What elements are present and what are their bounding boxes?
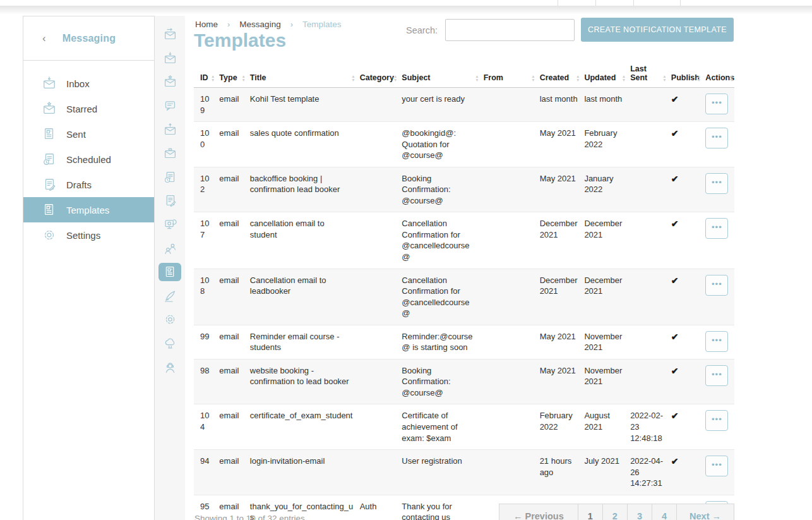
sidebar-item-starred[interactable]: Starred [23,96,154,121]
cell-title: Cancellation email to leadbooker [246,269,356,325]
scheduled-icon [164,171,177,184]
cell-last_sent [626,167,667,212]
cell-actions: ••• [702,359,734,404]
pagination-page-3[interactable]: 3 [627,504,652,520]
rail-mail-exchange-icon[interactable] [155,23,185,47]
cell-created: December 2021 [536,269,581,325]
sidebar-item-templates[interactable]: Templates [23,197,154,222]
rail-quill-icon[interactable] [155,284,185,308]
publish-check-icon: ✔ [671,411,679,421]
pagination-page-1[interactable]: 1 [578,504,602,520]
rail-settings-icon[interactable] [155,308,185,332]
row-actions-button[interactable]: ••• [705,128,728,148]
row-actions-button[interactable]: ••• [705,365,728,386]
rail-mail-send-icon[interactable] [155,118,185,142]
cell-title: certificate_of_exam_student [246,404,356,450]
showing-entries-text: Showing 1 to 10 of 32 entries [194,514,305,520]
column-header-publish[interactable]: Publish▲▼ [667,63,702,88]
breadcrumb-home[interactable]: Home [195,20,218,29]
ellipsis-icon: ••• [712,222,722,232]
cell-category [356,167,398,212]
cell-id: 109 [194,88,215,122]
row-actions-button[interactable]: ••• [705,218,728,239]
sort-icons: ▲▼ [697,75,701,82]
column-header-category[interactable]: Category▲▼ [356,63,398,88]
cell-type: email [215,269,246,325]
sent-icon [42,127,56,141]
templates-icon [42,203,56,217]
sort-icons: ▲▼ [662,75,666,82]
search-input[interactable] [445,19,575,41]
table-row: 102emailbackoffice booking | confirmatio… [194,167,734,212]
rail-starred-icon[interactable] [155,70,185,94]
sidebar-item-settings[interactable]: Settings [23,222,154,248]
column-header-last-sent[interactable]: Last Sent▲▼ [626,63,667,88]
settings-icon [164,313,177,326]
ellipsis-icon: ••• [712,178,722,187]
cell-publish: ✔ [667,88,702,122]
cell-from [480,269,536,325]
create-notification-template-button[interactable]: CREATE NOTIFICATION TEMPLATE [581,18,734,42]
messaging-sidebar: ‹ Messaging InboxStarredSentScheduledDra… [23,16,155,520]
rail-scheduled-icon[interactable] [155,166,185,190]
sidebar-item-inbox[interactable]: Inbox [23,71,154,96]
sidebar-item-sent[interactable]: Sent [23,121,154,147]
rail-mail-heart-icon[interactable] [155,142,185,166]
table-row: 94emaillogin-invitation-emailUser regist… [194,450,734,495]
rail-users-icon[interactable] [155,236,185,260]
column-header-actions[interactable]: Actions▲▼ [702,63,734,88]
row-actions-button[interactable]: ••• [705,456,728,476]
cell-id: 102 [194,167,215,212]
rail-templates-icon[interactable] [155,260,185,284]
inbox-icon [42,76,56,90]
table-row: 109emailKohil Test templateyour cert is … [194,88,734,122]
cell-subject: your cert is ready [398,88,479,122]
column-header-title[interactable]: Title▲▼ [246,63,356,88]
column-header-created[interactable]: Created▲▼ [536,63,581,88]
cell-last_sent: 2022-02-23 12:48:18 [626,404,667,450]
rail-cloud-icon[interactable] [155,332,185,356]
column-header-updated[interactable]: Updated▲▼ [580,63,626,88]
cell-publish: ✔ [667,269,702,325]
column-header-id[interactable]: ID▲▼ [194,63,215,88]
sort-icons: ▲▼ [475,75,479,82]
pagination-next[interactable]: Next → [676,504,734,520]
publish-check-icon: ✔ [671,219,679,229]
rail-inbox-icon[interactable] [155,47,185,71]
pagination-page-2[interactable]: 2 [602,504,627,520]
rail-support-icon[interactable] [155,355,185,379]
rail-monitor-icon[interactable] [155,213,185,237]
breadcrumb-separator: › [290,20,293,29]
table-row: 99emailReminder email course - studentsR… [194,325,734,359]
cell-from [480,88,536,122]
row-actions-button[interactable]: ••• [705,173,728,194]
rail-chat-icon[interactable] [155,94,185,118]
row-actions-button[interactable]: ••• [705,275,728,296]
cell-publish: ✔ [667,404,702,450]
column-header-from[interactable]: From▲▼ [480,63,536,88]
sidebar-item-scheduled[interactable]: Scheduled [23,147,154,172]
row-actions-button[interactable]: ••• [705,410,728,431]
breadcrumb-messaging[interactable]: Messaging [239,20,280,29]
row-actions-button[interactable]: ••• [705,331,728,352]
pagination-previous[interactable]: ← Previous [499,504,578,520]
cell-from [480,359,536,404]
cell-title: website booking - confirmation to lead b… [246,359,356,404]
column-label: Type [219,73,237,82]
rail-drafts-icon[interactable] [155,189,185,213]
column-label: Updated [584,73,616,82]
pagination-page-4[interactable]: 4 [652,504,676,520]
column-header-type[interactable]: Type▲▼ [215,63,246,88]
cell-publish: ✔ [667,167,702,212]
search-label: Search: [406,25,438,35]
cell-category [356,269,398,325]
column-header-subject[interactable]: Subject▲▼ [398,63,479,88]
table-row: 98emailwebsite booking - confirmation to… [194,359,734,404]
sidebar-item-drafts[interactable]: Drafts [23,172,154,197]
cell-type: email [215,450,246,495]
cell-updated: January 2022 [580,167,626,212]
sidebar-header-messaging[interactable]: ‹ Messaging [23,16,154,61]
cell-id: 94 [194,450,215,495]
row-actions-button[interactable]: ••• [705,94,728,114]
cell-actions: ••• [702,212,734,269]
